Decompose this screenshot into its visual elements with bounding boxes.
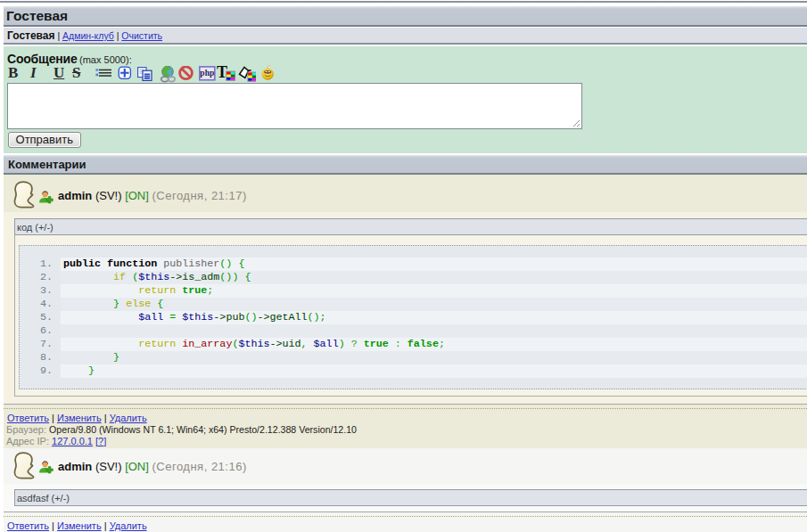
svg-text:php: php: [200, 69, 214, 78]
